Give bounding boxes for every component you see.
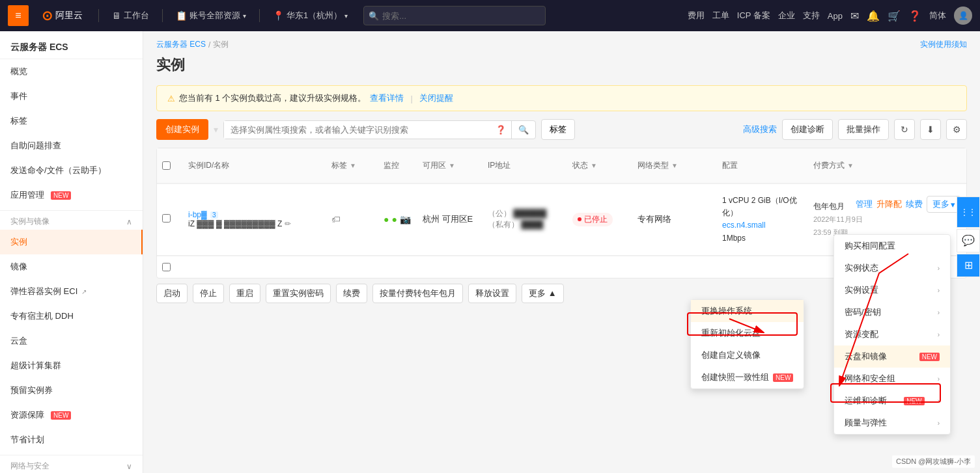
monitor-icon1[interactable]: ● — [384, 214, 389, 224]
nav-ticket[interactable]: 工单 — [712, 10, 729, 21]
float-chat-btn[interactable]: 💬 — [957, 229, 980, 252]
dropdown-item-elastic[interactable]: 顾量与弹性 › — [834, 412, 950, 434]
sidebar: 云服务器 ECS 概览 事件 标签 自助问题排查 发送命令/文件（云助手） 应用… — [0, 31, 143, 473]
resource-arrow-icon: › — [938, 331, 940, 338]
tag-icon[interactable]: 🏷 — [331, 214, 341, 224]
nav-app[interactable]: App — [828, 11, 843, 21]
page-notice-link[interactable]: 实例使用须知 — [920, 39, 967, 50]
restart-button[interactable]: 重启 — [229, 284, 260, 303]
dropdown-item-change-os[interactable]: 更换操作系统 — [691, 300, 804, 322]
download-button[interactable]: ⬇ — [920, 119, 941, 140]
row-select-checkbox[interactable] — [162, 214, 171, 223]
sidebar-item-troubleshoot[interactable]: 自助问题排查 — [0, 133, 143, 158]
dropdown-item-instance-status[interactable]: 实例状态 › — [834, 257, 950, 279]
batch-operate-button[interactable]: 批量操作 — [838, 119, 889, 140]
sidebar-item-app-manage[interactable]: 应用管理 NEW — [0, 183, 143, 208]
sidebar-item-cloudbox[interactable]: 云盒 — [0, 329, 143, 353]
pay-date: 2022年11月9日 — [813, 213, 907, 226]
tag-filter-icon[interactable]: ▼ — [350, 162, 356, 169]
sidebar-item-eci[interactable]: 弹性容器实例 ECI ↗ — [0, 279, 143, 304]
nav-workbench[interactable]: 🖥 工作台 — [107, 10, 154, 21]
sidebar-item-hpc[interactable]: 超级计算集群 — [0, 353, 143, 378]
create-instance-button[interactable]: 创建实例 — [156, 119, 208, 140]
sidebar-item-reserved[interactable]: 预留实例券 — [0, 378, 143, 403]
sidebar-item-events[interactable]: 事件 — [0, 84, 143, 109]
dropdown-item-reinit-disk[interactable]: 重新初始化云盘 — [691, 322, 804, 344]
nav-cost[interactable]: 费用 — [688, 10, 705, 21]
sidebar-item-resource[interactable]: 资源保障 NEW — [0, 403, 143, 427]
breadcrumb-root[interactable]: 云服务器 ECS — [156, 39, 206, 50]
stop-button[interactable]: 停止 — [193, 284, 224, 303]
convert-button[interactable]: 按量付费转包年包月 — [372, 284, 463, 303]
refresh-button[interactable]: ↻ — [894, 119, 915, 140]
nav-region[interactable]: 📍 华东1（杭州） ▾ — [268, 10, 353, 21]
sidebar-item-ddh[interactable]: 专有宿主机 DDH — [0, 304, 143, 329]
float-feedback-btn[interactable]: ⋮⋮ — [957, 196, 980, 228]
zone-filter-icon[interactable]: ▼ — [449, 162, 455, 169]
dropdown-item-ops-diagnose[interactable]: 运维和诊断 NEW › — [834, 390, 950, 412]
nav-divider — [98, 9, 99, 22]
more-batch-button[interactable]: 更多 ▲ — [522, 284, 564, 303]
search-submit-icon[interactable]: 🔍 — [511, 121, 535, 139]
nav-bell-icon[interactable]: 🔔 — [867, 10, 880, 22]
status-filter-icon[interactable]: ▼ — [591, 162, 597, 169]
alert-link2[interactable]: 关闭提醒 — [419, 92, 453, 104]
sidebar-item-image[interactable]: 镜像 — [0, 254, 143, 279]
tag-filter-button[interactable]: 标签 — [541, 119, 575, 140]
reset-pwd-button[interactable]: 重置实例密码 — [266, 284, 331, 303]
sidebar-item-overview[interactable]: 概览 — [0, 59, 143, 84]
section-collapse-icon[interactable]: ∧ — [126, 217, 132, 226]
select-all-checkbox[interactable] — [162, 161, 171, 170]
sidebar-collapse-handle[interactable]: ‹ — [143, 239, 143, 265]
float-grid-btn[interactable]: ⊞ — [957, 254, 980, 277]
col-id: 实例ID/名称 — [183, 155, 326, 176]
config-spec-link[interactable]: ecs.n4.small — [722, 221, 766, 230]
renew-batch-button[interactable]: 续费 — [336, 284, 367, 303]
instance-id-link[interactable]: i-bp▓ 3 — [188, 210, 321, 219]
dropdown-item-instance-settings[interactable]: 实例设置 › — [834, 279, 950, 301]
settings-button[interactable]: ⚙ — [946, 119, 967, 140]
manage-link[interactable]: 管理 — [856, 198, 873, 210]
dropdown-item-network-security[interactable]: 网络和安全组 › — [834, 368, 950, 390]
sidebar-item-instance[interactable]: 实例 — [0, 230, 143, 254]
nav-icp[interactable]: ICP 备案 — [737, 10, 770, 21]
release-button[interactable]: 释放设置 — [468, 284, 516, 303]
nav-mail-icon[interactable]: ✉ — [850, 10, 859, 22]
sidebar-item-tags[interactable]: 标签 — [0, 109, 143, 133]
create-diagnose-button[interactable]: 创建诊断 — [782, 119, 833, 140]
search-help-icon[interactable]: ❓ — [490, 121, 511, 139]
empty-row-checkbox[interactable] — [162, 263, 171, 271]
start-button[interactable]: 启动 — [156, 284, 188, 303]
network-collapse-icon[interactable]: ∨ — [126, 462, 132, 471]
row-config: 1 vCPU 2 GiB（I/O优化） ecs.n4.small 1Mbps — [717, 192, 808, 247]
nav-avatar[interactable]: 👤 — [954, 7, 972, 25]
nav-enterprise[interactable]: 企业 — [778, 10, 795, 21]
dropdown-item-create-snapshot-group[interactable]: 创建快照一致性组 NEW — [691, 366, 804, 388]
nav-support[interactable]: 支持 — [803, 10, 820, 21]
sidebar-item-saving[interactable]: 节省计划 — [0, 427, 143, 452]
edit-name-icon[interactable]: ✏ — [285, 219, 291, 228]
network-filter-icon[interactable]: ▼ — [671, 162, 678, 169]
dropdown-item-create-image[interactable]: 创建自定义镜像 — [691, 344, 804, 366]
hamburger-menu[interactable]: ≡ — [8, 5, 29, 26]
search-input[interactable] — [224, 121, 490, 139]
pay-filter-icon[interactable]: ▼ — [847, 162, 854, 169]
monitor-icon2[interactable]: ● — [391, 214, 397, 224]
nav-search-input[interactable] — [363, 6, 546, 25]
dropdown-item-disk-image[interactable]: 云盘和镜像 NEW — [834, 345, 950, 368]
nav-account[interactable]: 📋 账号全部资源 ▾ — [171, 10, 251, 21]
dropdown-item-password[interactable]: 密码/密钥 › — [834, 301, 950, 323]
dropdown-item-resource-change[interactable]: 资源变配 › — [834, 323, 950, 345]
sidebar-section-instance: 实例与镜像 ∧ — [0, 210, 143, 230]
advanced-search-link[interactable]: 高级搜索 — [743, 124, 777, 135]
sidebar-item-cloud-assistant[interactable]: 发送命令/文件（云助手） — [0, 158, 143, 183]
renew-link[interactable]: 续费 — [906, 198, 923, 210]
upgrade-link[interactable]: 升降配 — [876, 198, 902, 210]
nav-help-icon[interactable]: ❓ — [908, 10, 921, 22]
snapshot-icon[interactable]: 📷 — [400, 214, 411, 224]
nav-cart-icon[interactable]: 🛒 — [888, 10, 901, 22]
dropdown-item-buy-same[interactable]: 购买相同配置 — [834, 235, 950, 257]
nav-lang[interactable]: 简体 — [929, 10, 946, 21]
region-arrow-icon: ▾ — [344, 12, 348, 20]
alert-link1[interactable]: 查看详情 — [370, 92, 404, 104]
